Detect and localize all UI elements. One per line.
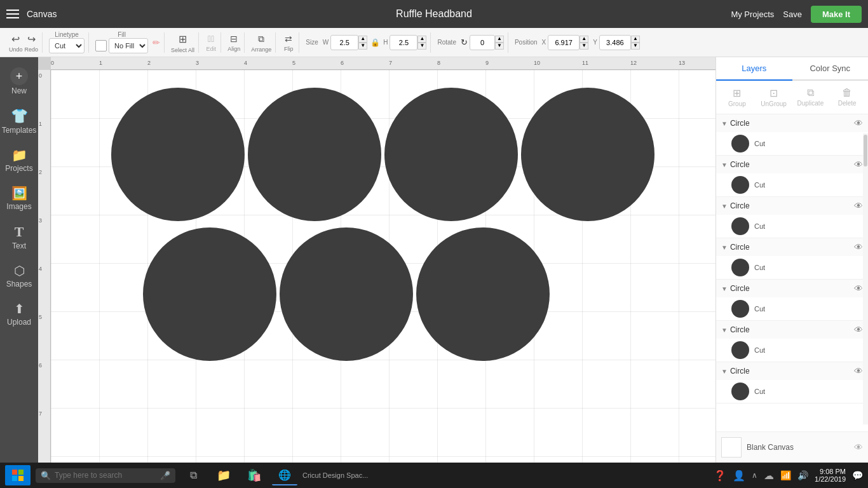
svg-rect-3 (18, 476, 24, 481)
ruler-vertical: 0 1 2 3 4 5 6 7 (38, 70, 51, 463)
rotate-down[interactable]: ▼ (495, 43, 504, 50)
layer-eye-4[interactable]: 👁 (854, 242, 863, 252)
layer-eye-3[interactable]: 👁 (854, 201, 863, 211)
canvas-circle-4[interactable] (521, 88, 654, 221)
layers-list: ▼ Circle 👁 Cut ▼ Circle 👁 Cut ▼ Circle 👁… (716, 114, 868, 431)
right-panel: Layers Color Sync ⊞ Group ⊡ UnGroup ⧉ Du… (715, 57, 868, 463)
rotate-input[interactable] (470, 35, 495, 50)
canvas-circle-2[interactable] (248, 88, 381, 221)
fill-pen-icon: ✏ (153, 37, 160, 48)
edit-button[interactable]: ✎⃝ (205, 32, 217, 45)
sidebar-item-images[interactable]: 🖼️ Images (1, 180, 37, 216)
rotate-up[interactable]: ▲ (495, 36, 504, 43)
layer-header-6[interactable]: ▼ Circle 👁 (716, 321, 868, 339)
canvas-circle-1[interactable] (111, 88, 245, 221)
group-label: Group (728, 100, 746, 107)
layer-item-5: ▼ Circle 👁 Cut (716, 280, 868, 321)
height-input[interactable] (390, 35, 417, 50)
redo-button[interactable]: ↪ (25, 32, 38, 46)
fill-select[interactable]: No Fill (109, 38, 148, 53)
height-up[interactable]: ▲ (417, 36, 426, 43)
chevron-icon[interactable]: ∧ (752, 471, 757, 480)
layer-sub-3: Cut (716, 215, 868, 238)
size-label: Size (306, 39, 318, 46)
chrome-app[interactable]: 🌐 (272, 465, 297, 485)
canvas-area[interactable]: 0 1 2 3 4 5 6 7 8 9 10 11 12 13 0 1 2 3 … (38, 57, 715, 463)
layer-header-5[interactable]: ▼ Circle 👁 (716, 280, 868, 297)
blank-canvas-eye-icon[interactable]: 👁 (854, 442, 863, 452)
delete-button[interactable]: 🗑 Delete (830, 85, 864, 110)
layer-eye-1[interactable]: 👁 (854, 118, 863, 128)
group-button[interactable]: ⊞ Group (720, 85, 754, 110)
canvas-grid[interactable] (51, 70, 715, 463)
fill-color-box[interactable] (95, 40, 107, 51)
layer-header-4[interactable]: ▼ Circle 👁 (716, 238, 868, 256)
menu-icon[interactable] (6, 10, 19, 18)
undo-button[interactable]: ↩ (9, 32, 22, 46)
x-down[interactable]: ▼ (580, 43, 588, 50)
layer-header-7[interactable]: ▼ Circle 👁 (716, 362, 868, 380)
group-icon: ⊞ (733, 87, 741, 99)
task-view-button[interactable]: ⧉ (180, 465, 206, 485)
sidebar-item-new[interactable]: + New (1, 62, 37, 100)
tab-layers[interactable]: Layers (716, 57, 792, 81)
select-all-button[interactable]: ⊞ (176, 32, 189, 46)
arrange-button[interactable]: ⧉ (255, 32, 267, 46)
width-up[interactable]: ▲ (358, 36, 367, 43)
canvas-circle-5[interactable] (143, 227, 276, 361)
lock-icon[interactable]: 🔒 (370, 38, 380, 47)
x-up[interactable]: ▲ (580, 36, 588, 43)
sidebar-item-templates[interactable]: 👕 Templates (1, 103, 37, 140)
network-icon[interactable]: 📶 (780, 470, 791, 480)
height-down[interactable]: ▼ (417, 43, 426, 50)
layer-header-3[interactable]: ▼ Circle 👁 (716, 197, 868, 215)
panel-scrollbar[interactable] (863, 133, 868, 424)
my-projects-link[interactable]: My Projects (731, 10, 774, 19)
sidebar-item-shapes[interactable]: ⬡ Shapes (1, 258, 37, 294)
x-input[interactable] (548, 35, 580, 50)
store-app[interactable]: 🛍️ (241, 465, 267, 485)
volume-icon[interactable]: 🔊 (797, 470, 808, 480)
taskbar-search-input[interactable] (55, 471, 156, 480)
duplicate-button[interactable]: ⧉ Duplicate (794, 85, 828, 110)
taskbar-search-box[interactable]: 🔍 🎤 (36, 468, 175, 483)
linetype-group: Linetype Cut (45, 32, 89, 53)
project-title: Ruffle Headband (396, 8, 472, 20)
canvas-circle-6[interactable] (280, 227, 413, 361)
layer-chevron-2: ▼ (721, 161, 728, 168)
flip-group: ⇄ Flip (278, 32, 299, 53)
canvas-circle-7[interactable] (416, 227, 550, 361)
sidebar-item-text[interactable]: T Text (1, 219, 37, 255)
y-input[interactable] (599, 35, 631, 50)
layer-eye-2[interactable]: 👁 (854, 159, 863, 170)
layer-eye-6[interactable]: 👁 (854, 325, 863, 335)
start-button[interactable] (5, 465, 31, 485)
ungroup-button[interactable]: ⊡ UnGroup (757, 85, 791, 110)
layer-header-1[interactable]: ▼ Circle 👁 (716, 114, 868, 132)
canvas-circle-3[interactable] (384, 88, 518, 221)
sidebar-item-upload[interactable]: ⬆ Upload (1, 296, 37, 332)
y-down[interactable]: ▼ (631, 43, 640, 50)
width-input[interactable] (330, 35, 358, 50)
flip-button[interactable]: ⇄ (282, 32, 295, 45)
undo-label: Undo (9, 46, 23, 53)
makeit-button[interactable]: Make It (811, 6, 862, 23)
help-icon[interactable]: ❓ (714, 470, 726, 482)
clock-time: 9:08 PM (820, 468, 846, 475)
user-icon[interactable]: 👤 (733, 470, 745, 482)
file-manager-app[interactable]: 📁 (211, 465, 236, 485)
notification-icon[interactable]: 💬 (852, 470, 863, 480)
mic-icon[interactable]: 🎤 (160, 471, 170, 480)
layer-eye-7[interactable]: 👁 (854, 366, 863, 376)
arrange-label: Arrange (251, 46, 271, 53)
layer-header-2[interactable]: ▼ Circle 👁 (716, 156, 868, 173)
cloud-icon[interactable]: ☁ (764, 470, 774, 482)
align-button[interactable]: ⊟ (227, 32, 240, 45)
linetype-select[interactable]: Cut (49, 38, 85, 53)
layer-eye-5[interactable]: 👁 (854, 283, 863, 294)
y-up[interactable]: ▲ (631, 36, 640, 43)
sidebar-item-projects[interactable]: 📁 Projects (1, 142, 37, 178)
save-button[interactable]: Save (783, 10, 802, 19)
width-down[interactable]: ▼ (358, 43, 367, 50)
tab-color-sync[interactable]: Color Sync (792, 57, 869, 79)
